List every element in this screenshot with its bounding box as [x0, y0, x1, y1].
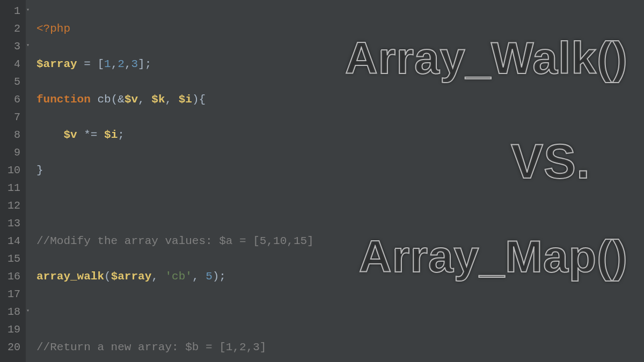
code-line — [36, 197, 644, 215]
code-area[interactable]: <?php $array = [1,2,3]; function cb(&$v,… — [33, 0, 644, 362]
line-number: 16 — [3, 268, 20, 285]
fold-open-icon[interactable]: ▾ — [26, 8, 32, 13]
line-number: 15 — [3, 250, 20, 268]
code-line: //Modify the array values: $a = [5,10,15… — [36, 232, 644, 250]
line-number: 14 — [3, 232, 20, 250]
code-editor: 1 2 3 4 5 6 7 8 9 10 11 12 13 14 15 16 1… — [0, 0, 644, 362]
line-number: 13 — [3, 215, 20, 232]
code-line: function cb(&$v, $k, $i){ — [36, 91, 644, 108]
line-number: 18 — [3, 303, 20, 321]
php-open-tag: <?php — [36, 23, 70, 35]
line-number: 3 — [3, 38, 20, 55]
code-line: $v *= $i; — [36, 126, 644, 144]
line-number: 5 — [3, 73, 20, 91]
line-number-gutter: 1 2 3 4 5 6 7 8 9 10 11 12 13 14 15 16 1… — [0, 0, 26, 362]
line-number: 4 — [3, 55, 20, 73]
fold-open-icon[interactable]: ▾ — [26, 308, 32, 314]
line-number: 19 — [3, 321, 20, 338]
code-line: } — [36, 161, 644, 179]
line-number: 12 — [3, 197, 20, 215]
line-number: 6 — [3, 91, 20, 108]
line-number: 9 — [3, 144, 20, 161]
line-number: 1 — [3, 2, 20, 20]
line-number: 20 — [3, 338, 20, 356]
line-number: 2 — [3, 20, 20, 38]
fold-column: ▾ ▾ ▾ — [26, 0, 33, 362]
line-number: 8 — [3, 126, 20, 144]
code-line: //Return a new array: $b = [1,2,3] — [36, 338, 644, 356]
line-number: 11 — [3, 179, 20, 197]
code-line — [36, 303, 644, 321]
line-number: 10 — [3, 161, 20, 179]
code-line: array_walk($array, 'cb', 5); — [36, 268, 644, 285]
line-number: 7 — [3, 108, 20, 126]
fold-open-icon[interactable]: ▾ — [26, 43, 32, 48]
code-line: <?php — [36, 20, 644, 38]
line-number: 17 — [3, 285, 20, 303]
code-line: $array = [1,2,3]; — [36, 55, 644, 73]
